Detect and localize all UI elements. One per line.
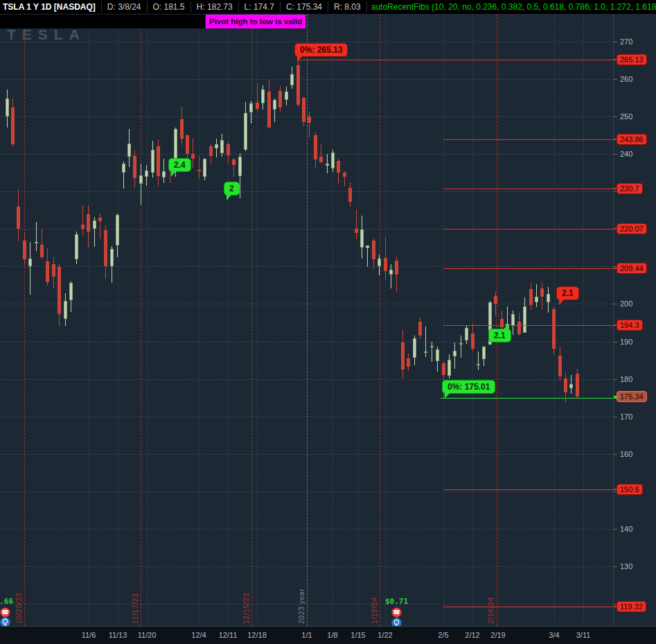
candle-wick — [315, 132, 316, 168]
gridline-v — [333, 14, 333, 626]
price-tick-label: 180 — [620, 375, 632, 383]
range-field: R: 8.03 — [328, 1, 366, 12]
candle-wick — [286, 87, 287, 106]
bulb-event-icon[interactable] — [391, 618, 402, 626]
chart-area[interactable]: TESLA Pivot high to low is valid 10/20/2… — [0, 14, 613, 626]
study-label-autorecentfibs[interactable]: autoRecentFibs (10, 20, no, 0.236, 0.382… — [366, 1, 656, 12]
fib-level-line — [443, 189, 613, 189]
gridline-v — [228, 14, 229, 626]
date-tick-label: 12/4 — [191, 631, 206, 639]
phone-event-icon[interactable]: ☎ — [0, 607, 10, 618]
date-tick-label: 1/8 — [327, 631, 337, 639]
price-tick-mark — [614, 42, 617, 42]
candle-body — [232, 159, 236, 166]
candle-wick — [53, 257, 54, 288]
candle-body — [75, 234, 78, 259]
signal-bubble: 0%: 175.01 — [442, 380, 495, 394]
bulb-event-icon[interactable] — [0, 617, 10, 626]
candle-wick — [105, 225, 106, 279]
candle-wick — [12, 98, 13, 147]
candle-wick — [373, 238, 374, 268]
signal-bubble: 0%: 265.13 — [294, 43, 348, 57]
price-tick-mark — [614, 154, 617, 155]
price-axis[interactable]: 2702602502402302202102001901801701601501… — [613, 14, 656, 626]
event-vline-label: 2/16/24 — [486, 597, 495, 624]
gridline-v — [118, 14, 118, 626]
candle-body — [395, 261, 398, 275]
price-tick-mark — [614, 304, 617, 304]
signal-bubble: 2 — [224, 182, 240, 195]
candle-wick — [263, 85, 263, 110]
gridline-v — [498, 14, 499, 626]
fib-price-bubble: 209.44 — [617, 263, 647, 274]
candle-wick — [531, 283, 531, 310]
signal-bubble-tail — [503, 324, 508, 330]
candle-wick — [420, 317, 420, 339]
candle-body — [569, 384, 573, 388]
candle-wick — [437, 347, 438, 372]
candle-wick — [71, 281, 71, 312]
candle-wick — [560, 347, 560, 382]
candle-body — [424, 351, 427, 353]
candle-body — [186, 135, 189, 154]
candle-wick — [181, 107, 182, 145]
candle-body — [447, 360, 451, 376]
candle-body — [337, 161, 340, 173]
candle-body — [203, 159, 206, 177]
price-tick-label: 250 — [620, 112, 632, 121]
candle-wick — [542, 282, 542, 311]
candle-wick — [524, 297, 525, 333]
price-tick-label: 200 — [620, 299, 632, 308]
event-vline-label: 10/20/23 — [15, 593, 23, 624]
fib-price-bubble: 194.3 — [617, 320, 643, 331]
gridline-v — [554, 14, 555, 626]
event-vline — [141, 14, 141, 626]
symbol-title: TSLA 1 Y 1D [NASDAQ] — [0, 2, 101, 12]
date-tick-label: 12/11 — [219, 631, 238, 639]
candle-wick — [100, 214, 100, 239]
candle-body — [326, 164, 329, 166]
price-tick-label: 260 — [620, 75, 632, 83]
candle-body — [343, 173, 346, 177]
price-tick-mark — [614, 342, 617, 342]
candle-wick — [158, 139, 159, 186]
price-tick-mark — [614, 566, 617, 567]
candle-wick — [484, 346, 484, 367]
candle-wick — [204, 158, 205, 180]
candle-wick — [112, 246, 112, 282]
gridline-v — [257, 14, 258, 626]
candle-body — [162, 171, 166, 177]
blacked-out-region — [0, 15, 205, 28]
candle-body — [104, 230, 107, 266]
price-tick-label: 160 — [620, 450, 632, 458]
candle-wick — [163, 159, 164, 183]
fib-level-line — [298, 60, 613, 60]
event-vline — [24, 14, 25, 626]
date-tick-label: 11/20 — [138, 631, 157, 639]
low-field: L: 174.7 — [238, 1, 280, 12]
phone-event-icon[interactable]: ☎ — [391, 607, 402, 618]
candle-wick — [571, 375, 571, 394]
candle-body — [238, 157, 242, 176]
candle-body — [564, 378, 567, 392]
candle-wick — [76, 232, 77, 264]
candle-body — [46, 261, 49, 282]
candle-body — [17, 207, 20, 228]
date-tick-label: 11/6 — [82, 631, 96, 639]
candle-body — [278, 91, 282, 107]
gridline-v — [472, 14, 473, 626]
price-tick-label: 190 — [620, 338, 632, 346]
candle-wick — [42, 229, 42, 259]
candle-wick — [129, 129, 130, 167]
candle-wick — [309, 112, 310, 137]
candle-wick — [408, 354, 409, 371]
fib-level-line — [443, 229, 613, 229]
event-vline-label: 2023 year — [297, 589, 305, 624]
fib-price-bubble: 230.7 — [617, 183, 643, 194]
price-tick-mark — [614, 417, 617, 417]
time-axis[interactable]: 11/611/1311/2012/412/1112/181/11/81/151/… — [0, 626, 656, 644]
signal-bubble: 2.4 — [168, 158, 191, 172]
candle-wick — [396, 256, 397, 292]
candle-body — [11, 107, 15, 143]
fib-level-line — [443, 268, 613, 269]
